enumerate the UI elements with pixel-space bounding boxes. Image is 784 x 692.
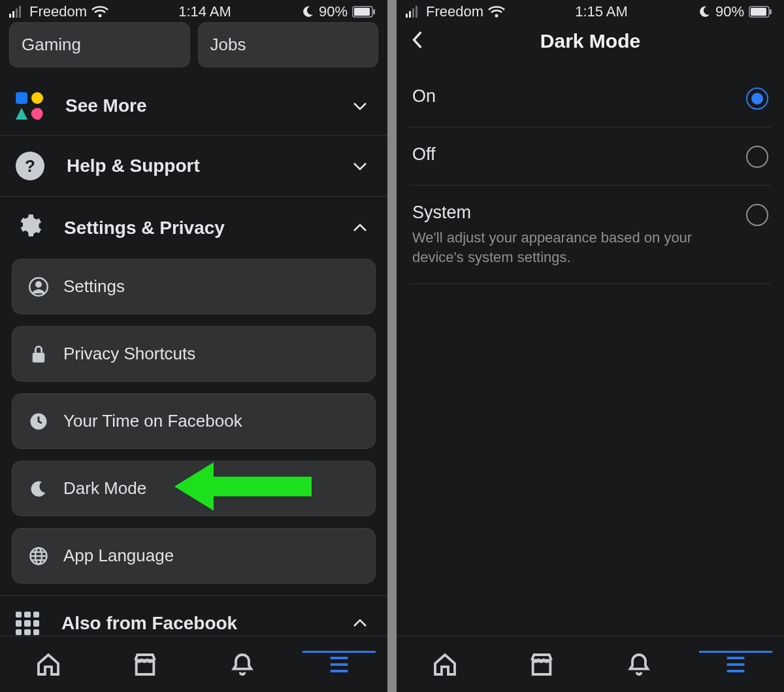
svg-rect-28 (770, 9, 772, 14)
question-icon: ? (16, 152, 44, 180)
carrier-label: Freedom (29, 3, 87, 20)
battery-label: 90% (715, 3, 744, 20)
svg-rect-7 (373, 9, 375, 14)
cellular-signal-icon (9, 6, 25, 18)
svg-point-25 (495, 14, 498, 18)
svg-rect-0 (9, 14, 11, 18)
svg-rect-27 (751, 8, 766, 16)
help-support-label: Help & Support (67, 156, 329, 176)
option-off-label: Off (412, 144, 734, 165)
battery-icon (352, 6, 376, 18)
battery-icon (749, 6, 772, 18)
svg-point-4 (99, 14, 102, 18)
also-from-facebook-label: Also from Facebook (61, 613, 329, 634)
status-bar: Freedom 1:14 AM 90% (0, 0, 387, 22)
subitem-your-time[interactable]: Your Time on Facebook (12, 393, 376, 449)
tab-notifications[interactable] (591, 651, 687, 678)
svg-rect-1 (12, 11, 14, 18)
back-button[interactable] (410, 30, 436, 52)
active-tab-indicator (302, 651, 376, 653)
help-support-row[interactable]: ? Help & Support (0, 136, 387, 196)
screen-dark-mode: Freedom 1:15 AM 90% Dark Mode On (397, 0, 784, 692)
settings-privacy-label: Settings & Privacy (64, 218, 329, 239)
clock-label: 1:15 AM (505, 3, 698, 20)
person-gear-icon (27, 277, 50, 297)
svg-rect-24 (416, 6, 417, 18)
subitem-dark-mode[interactable]: Dark Mode (12, 461, 376, 516)
apps-grid-icon (16, 92, 43, 120)
chevron-up-icon (351, 219, 369, 237)
moon-icon (27, 480, 50, 498)
settings-privacy-subitems: Settings Privacy Shortcuts Your Time on … (0, 259, 387, 584)
svg-point-9 (35, 281, 42, 288)
svg-rect-21 (406, 14, 408, 18)
option-system[interactable]: System We'll adjust your appearance base… (410, 186, 771, 284)
dnd-moon-icon (698, 5, 711, 18)
clock-icon (27, 412, 50, 431)
subitem-app-language-label: App Language (63, 546, 174, 566)
cellular-signal-icon (406, 6, 421, 18)
status-left: Freedom (406, 3, 505, 20)
lock-icon (27, 344, 50, 364)
subitem-dark-mode-label: Dark Mode (63, 478, 146, 499)
wifi-icon (488, 5, 505, 18)
see-more-row[interactable]: See More (0, 76, 387, 135)
subitem-privacy-label: Privacy Shortcuts (63, 344, 195, 364)
screen-header: Dark Mode (397, 22, 784, 69)
bottom-nav (397, 636, 784, 692)
svg-rect-10 (33, 352, 44, 362)
subitem-privacy-shortcuts[interactable]: Privacy Shortcuts (12, 326, 376, 382)
battery-label: 90% (319, 3, 348, 20)
radio-on[interactable] (746, 88, 768, 110)
shortcut-cards-row: Gaming Jobs (0, 22, 387, 76)
subitem-your-time-label: Your Time on Facebook (63, 411, 242, 431)
tab-home[interactable] (397, 651, 493, 678)
svg-rect-3 (19, 6, 21, 18)
apps-grid3-icon (16, 612, 39, 635)
option-system-label: System (412, 203, 734, 223)
radio-off[interactable] (746, 146, 768, 168)
card-gaming[interactable]: Gaming (9, 22, 190, 67)
svg-marker-12 (174, 462, 312, 510)
option-off[interactable]: Off (410, 127, 771, 186)
svg-rect-23 (412, 8, 414, 18)
gear-icon (16, 212, 42, 243)
tab-marketplace[interactable] (97, 651, 193, 678)
svg-rect-22 (409, 11, 411, 18)
tab-home[interactable] (0, 651, 97, 678)
also-from-facebook-row[interactable]: Also from Facebook (0, 596, 387, 636)
tab-marketplace[interactable] (493, 651, 590, 678)
option-on-label: On (412, 86, 734, 107)
tab-menu[interactable] (291, 651, 387, 678)
screen-settings-menu: Freedom 1:14 AM 90% Gaming Jobs See More (0, 0, 387, 692)
dnd-moon-icon (301, 5, 314, 18)
radio-system[interactable] (746, 204, 768, 226)
screen-title: Dark Mode (436, 30, 745, 52)
status-right: 90% (301, 3, 376, 20)
chevron-up-icon (351, 614, 369, 633)
tab-menu[interactable] (687, 651, 784, 678)
option-system-desc: We'll adjust your appearance based on yo… (412, 228, 734, 267)
menu-content: Gaming Jobs See More ? Help & Support (0, 22, 387, 636)
status-right: 90% (698, 3, 772, 20)
tab-notifications[interactable] (194, 651, 291, 678)
carrier-label: Freedom (426, 3, 483, 20)
option-on[interactable]: On (410, 69, 771, 127)
status-left: Freedom (9, 3, 108, 20)
annotation-arrow-icon (174, 458, 312, 519)
svg-rect-2 (16, 8, 18, 18)
card-jobs[interactable]: Jobs (198, 22, 379, 67)
subitem-settings[interactable]: Settings (12, 259, 376, 314)
status-bar: Freedom 1:15 AM 90% (397, 0, 784, 22)
settings-privacy-row[interactable]: Settings & Privacy (0, 197, 387, 259)
chevron-down-icon (351, 97, 369, 115)
svg-rect-6 (354, 8, 370, 16)
chevron-down-icon (351, 157, 369, 175)
bottom-nav (0, 636, 387, 692)
globe-icon (27, 546, 50, 566)
see-more-label: See More (65, 95, 329, 116)
subitem-app-language[interactable]: App Language (12, 528, 376, 584)
subitem-settings-label: Settings (63, 276, 125, 297)
clock-label: 1:14 AM (108, 3, 301, 20)
wifi-icon (91, 5, 108, 18)
